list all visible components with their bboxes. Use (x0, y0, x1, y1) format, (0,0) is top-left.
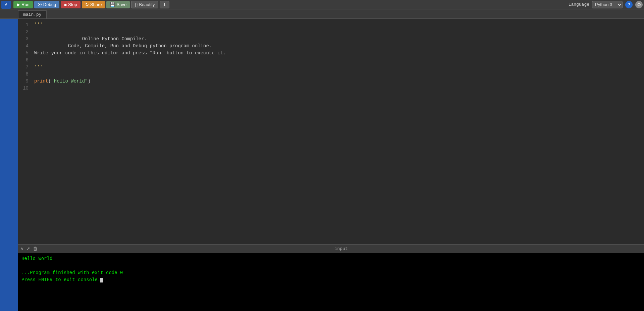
output-exit: Press ENTER to exit console. (21, 276, 641, 283)
settings-icon: ⚙ (637, 2, 641, 7)
help-button[interactable]: ? (625, 1, 633, 8)
console-area: ∨ ⤢ 🗑 input Hello World ...Program finis… (18, 244, 644, 311)
editor-container: 1 2 3 4 5 6 7 8 9 10 ''' Online Python C… (0, 19, 644, 311)
help-icon: ? (628, 2, 630, 7)
console-output[interactable]: Hello World ...Program finished with exi… (18, 253, 644, 311)
cursor-blink (100, 278, 103, 282)
code-area: 1 2 3 4 5 6 7 8 9 10 ''' Online Python C… (18, 19, 644, 244)
download-button[interactable]: ⬇ (160, 1, 169, 8)
code-editor[interactable]: ''' Online Python Compiler. Code, Compil… (30, 19, 644, 244)
save-icon: 💾 (110, 2, 115, 7)
debug-button[interactable]: ⦿ Debug (34, 1, 59, 8)
stop-button[interactable]: ■ Stop (61, 1, 80, 8)
language-label: Language (569, 2, 589, 7)
settings-button[interactable]: ⚙ (635, 1, 643, 8)
left-sidebar (0, 19, 18, 311)
output-blank (21, 262, 641, 269)
download-icon: ⬇ (163, 2, 166, 7)
share-icon: ↻ (85, 2, 89, 7)
logo-icon[interactable]: ⚡ (1, 1, 11, 9)
tab-bar: main.py (0, 9, 644, 19)
debug-icon: ⦿ (38, 2, 42, 7)
run-play-icon: ▶ (17, 2, 20, 7)
run-button[interactable]: ▶ Run (13, 1, 33, 8)
editor-panel: 1 2 3 4 5 6 7 8 9 10 ''' Online Python C… (18, 19, 644, 311)
console-collapse-icon[interactable]: ∨ (21, 246, 23, 252)
main-area: 1 2 3 4 5 6 7 8 9 10 ''' Online Python C… (0, 19, 644, 311)
stop-icon: ■ (64, 2, 67, 7)
beautify-button[interactable]: {} Beautify (131, 1, 158, 8)
output-hello: Hello World (21, 255, 641, 262)
toolbar: ⚡ ▶ Run ⦿ Debug ■ Stop ↻ Share 💾 Save {}… (0, 0, 644, 9)
console-clear-icon[interactable]: 🗑 (33, 246, 38, 252)
tab-main-py[interactable]: main.py (18, 10, 47, 18)
console-toolbar: ∨ ⤢ 🗑 input (18, 245, 644, 253)
console-toolbar-icons: ∨ ⤢ 🗑 (21, 246, 38, 252)
line-numbers: 1 2 3 4 5 6 7 8 9 10 (18, 19, 30, 244)
console-expand-icon[interactable]: ⤢ (26, 246, 30, 252)
share-button[interactable]: ↻ Share (82, 1, 105, 8)
output-status: ...Program finished with exit code 0 (21, 269, 641, 276)
save-button[interactable]: 💾 Save (106, 1, 130, 8)
language-select[interactable]: Python 3 Python 2 Java C++ JavaScript (592, 1, 623, 8)
console-label: input (41, 246, 641, 251)
